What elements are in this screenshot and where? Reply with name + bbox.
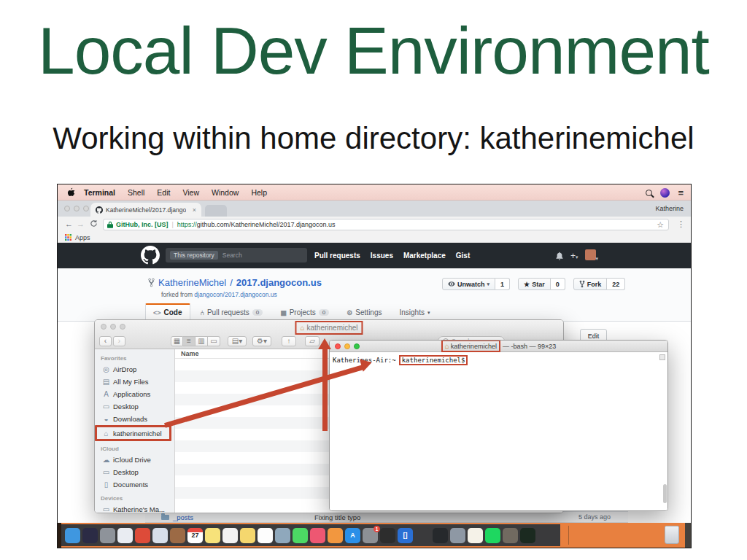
close-window-icon[interactable] (335, 343, 341, 349)
tab-projects[interactable]: ▦ Projects 0 (273, 305, 336, 321)
stickies-icon[interactable] (240, 528, 255, 543)
address-bar[interactable]: GitHub, Inc. [US] | https:// github.com/… (103, 219, 669, 230)
siri-icon[interactable] (660, 188, 670, 198)
notifications-bell-icon[interactable] (555, 252, 564, 260)
fork-button[interactable]: Fork (573, 278, 608, 290)
back-icon[interactable]: ‹ (99, 336, 112, 346)
notification-center-icon[interactable]: ≡ (678, 188, 684, 198)
app-store-icon[interactable]: A (345, 528, 360, 543)
menu-help[interactable]: Help (251, 188, 267, 197)
bookmarks-apps-label[interactable]: Apps (75, 234, 90, 241)
list-view-icon[interactable]: ≡ (183, 336, 196, 346)
apps-grid-icon[interactable] (65, 234, 71, 241)
reminders-icon[interactable] (222, 528, 238, 543)
ibooks-icon[interactable] (328, 528, 343, 543)
tab-insights[interactable]: Insights ▾ (392, 305, 438, 321)
menu-shell[interactable]: Shell (128, 188, 144, 197)
terminal-icon[interactable] (380, 528, 395, 543)
menu-window[interactable]: Window (212, 188, 239, 197)
sidebar-item-desktop[interactable]: ▭Desktop (95, 400, 174, 413)
repo-owner-link[interactable]: KatherineMichel (158, 277, 226, 288)
share-icon[interactable]: ↑ (282, 336, 296, 346)
menu-edit[interactable]: Edit (157, 188, 170, 197)
star-count[interactable]: 0 (551, 278, 565, 290)
terminal-content[interactable]: Katherines-Air:~ katherinemichel$ (330, 352, 667, 510)
trash-icon[interactable] (665, 526, 679, 544)
siri-icon[interactable] (82, 528, 98, 543)
fork-count[interactable]: 22 (607, 278, 625, 290)
sidebar-item-applications[interactable]: AApplications (95, 388, 174, 400)
tab-pull-requests[interactable]: ⑃ Pull requests 0 (193, 305, 271, 321)
sidebar-item-documents[interactable]: ▯Documents (95, 478, 174, 491)
coverflow-view-icon[interactable]: ▭ (208, 336, 220, 346)
spotify-icon[interactable] (485, 528, 500, 543)
terminal-alt-icon[interactable] (520, 528, 535, 543)
zoom-window-icon[interactable] (354, 343, 360, 349)
sidebar-item-downloads[interactable]: ◒Downloads (95, 413, 174, 425)
sidebar-item-all-my-files[interactable]: ▤All My Files (95, 376, 174, 388)
column-view-icon[interactable]: ▥ (196, 336, 208, 346)
menu-view[interactable]: View (182, 188, 199, 197)
watch-count[interactable]: 1 (495, 278, 510, 290)
itunes-icon[interactable] (310, 528, 325, 543)
commit-message[interactable]: Fixing title typo (314, 513, 360, 521)
photos-icon[interactable] (258, 528, 273, 543)
terminal-scroll-widget[interactable] (659, 354, 665, 360)
create-new-dropdown[interactable]: +▾ (570, 251, 578, 261)
screenshot-icon[interactable] (450, 528, 465, 543)
scrollbar-thumb[interactable] (663, 484, 667, 503)
preview-icon[interactable] (152, 528, 168, 543)
icon-view-icon[interactable]: ▦ (171, 336, 183, 346)
spotlight-search-icon[interactable] (646, 190, 652, 196)
arrange-dropdown[interactable]: ▤▾ (228, 336, 247, 346)
system-preferences-icon[interactable]: 1 (363, 528, 378, 543)
minimize-window-icon[interactable] (344, 343, 350, 349)
sidebar-item-icloud-drive[interactable]: ☁iCloud Drive (95, 454, 174, 466)
messages-icon[interactable] (275, 528, 290, 543)
chrome-icon[interactable] (135, 528, 150, 543)
facetime-icon[interactable] (293, 528, 308, 543)
repo-name-link[interactable]: 2017.djangocon.us (236, 277, 322, 288)
github-nav-pull-requests[interactable]: Pull requests (314, 252, 360, 260)
tab-close-icon[interactable]: × (190, 206, 196, 214)
launchpad-icon[interactable] (100, 528, 115, 543)
sidebar-item-airdrop[interactable]: ◎AirDrop (95, 363, 174, 376)
file-name-link[interactable]: _posts (173, 513, 193, 521)
browser-menu-icon[interactable]: ⋮ (677, 219, 685, 229)
user-avatar[interactable]: ▾ (585, 249, 599, 262)
activity-monitor-icon[interactable] (433, 528, 448, 543)
sidebar-item-desktop[interactable]: ▭Desktop (95, 466, 174, 478)
browser-tab[interactable]: KatherineMichel/2017.django × (90, 203, 201, 217)
terminal-titlebar[interactable]: ⌂ katherinemichel — -bash — 99×23 (330, 341, 667, 352)
star-button[interactable]: ★ Star (518, 278, 551, 290)
tab-settings[interactable]: ⚙ Settings (339, 305, 389, 321)
bookmark-star-icon[interactable]: ☆ (657, 221, 664, 229)
forward-icon[interactable]: › (113, 336, 125, 346)
window-controls[interactable] (64, 206, 89, 211)
back-icon[interactable]: ← (65, 219, 73, 228)
gimp-icon[interactable] (503, 528, 518, 543)
sidebar-item-katherinemichel[interactable]: ⌂katherinemichel (95, 425, 171, 441)
apple-menu-icon[interactable] (67, 187, 75, 197)
unwatch-button[interactable]: Unwatch▾ (442, 278, 495, 290)
tags-icon[interactable]: ▱ (305, 336, 320, 346)
sidebar-item-katherine-s-ma-[interactable]: ▭Katherine's Ma... (95, 503, 174, 513)
forked-from-link[interactable]: djangocon/2017.djangocon.us (194, 291, 276, 298)
menu-terminal[interactable]: Terminal (84, 188, 115, 197)
notes-icon[interactable] (205, 528, 220, 543)
github-search-input[interactable]: This repository Search (166, 248, 307, 262)
browser-profile-name[interactable]: Katherine (655, 205, 684, 212)
github-nav-marketplace[interactable]: Marketplace (403, 252, 446, 260)
midi-keyboard-icon[interactable] (415, 528, 430, 543)
reload-icon[interactable] (90, 219, 98, 229)
github-nav-gist[interactable]: Gist (456, 252, 470, 260)
finder-icon[interactable] (65, 528, 80, 543)
textedit-icon[interactable] (468, 528, 483, 543)
window-controls[interactable] (101, 324, 125, 330)
github-logo-icon[interactable] (141, 246, 160, 266)
safari-icon[interactable] (117, 528, 133, 543)
contacts-icon[interactable] (170, 528, 185, 543)
new-tab-button[interactable] (205, 205, 227, 217)
window-controls[interactable] (335, 343, 360, 349)
code-editor-icon[interactable]: [] (398, 528, 413, 543)
